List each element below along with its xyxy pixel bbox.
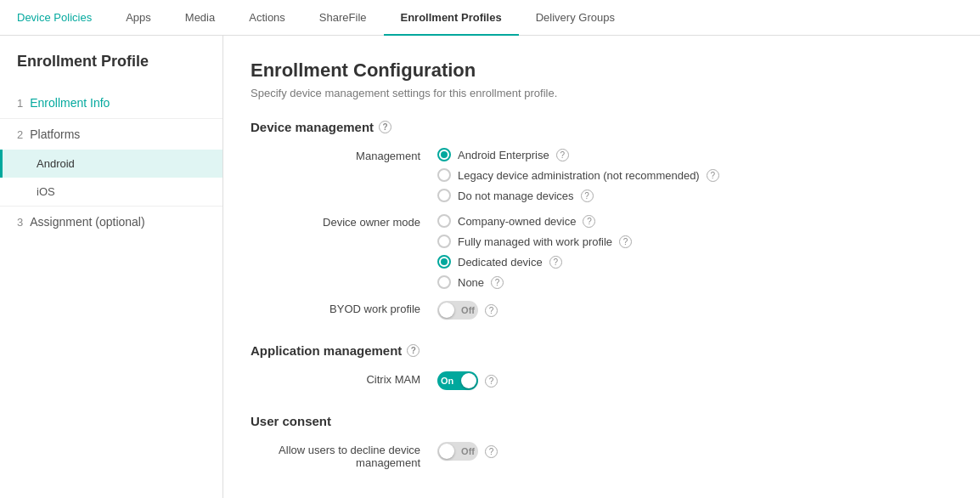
sidebar-sub-android[interactable]: Android bbox=[0, 150, 222, 178]
application-management-section: Application management ? Citrix MAM On ? bbox=[251, 343, 953, 390]
application-management-title: Application management bbox=[251, 343, 402, 358]
radio-none-label: None bbox=[458, 276, 484, 289]
radio-do-not-manage-label: Do not manage devices bbox=[458, 190, 574, 202]
application-management-help-icon[interactable]: ? bbox=[407, 344, 420, 357]
allow-decline-help-icon[interactable]: ? bbox=[485, 445, 498, 458]
step-label-enrollment-info: Enrollment Info bbox=[30, 96, 110, 110]
radio-company-owned-label: Company-owned device bbox=[458, 215, 576, 228]
device-management-title: Device management bbox=[251, 120, 374, 134]
step-num-3: 3 bbox=[17, 216, 23, 229]
step-label-platforms: Platforms bbox=[30, 127, 80, 141]
step-label-assignment: Assignment (optional) bbox=[30, 215, 144, 229]
nav-apps[interactable]: Apps bbox=[109, 0, 168, 36]
citrix-mam-help-icon[interactable]: ? bbox=[485, 375, 498, 388]
nav-sharefile[interactable]: ShareFile bbox=[302, 0, 384, 36]
allow-decline-toggle-label: Off bbox=[461, 446, 475, 456]
citrix-mam-toggle[interactable]: On bbox=[437, 371, 478, 390]
radio-legacy-label: Legacy device administration (not recomm… bbox=[458, 169, 700, 182]
radio-do-not-manage[interactable]: Do not manage devices ? bbox=[437, 189, 719, 202]
page-subtitle: Specify device management settings for t… bbox=[251, 87, 953, 99]
radio-none-circle bbox=[437, 275, 451, 289]
company-owned-help-icon[interactable]: ? bbox=[583, 215, 595, 228]
byod-row: BYOD work profile Off ? bbox=[251, 301, 953, 320]
user-consent-header: User consent bbox=[251, 414, 953, 428]
step-num-1: 1 bbox=[17, 97, 23, 110]
radio-fully-managed-circle bbox=[437, 235, 451, 248]
citrix-mam-row: Citrix MAM On ? bbox=[251, 371, 953, 390]
allow-decline-label: Allow users to decline device management bbox=[251, 442, 437, 469]
sidebar-step-enrollment-info[interactable]: 1 Enrollment Info bbox=[0, 88, 222, 118]
radio-none[interactable]: None ? bbox=[437, 275, 632, 289]
do-not-manage-help-icon[interactable]: ? bbox=[581, 190, 594, 202]
nav-delivery-groups[interactable]: Delivery Groups bbox=[519, 0, 632, 36]
citrix-mam-toggle-label: On bbox=[441, 376, 453, 386]
byod-label: BYOD work profile bbox=[251, 301, 437, 315]
byod-help-icon[interactable]: ? bbox=[485, 304, 498, 317]
management-options: Android Enterprise ? Legacy device admin… bbox=[437, 148, 719, 202]
citrix-mam-toggle-row: On ? bbox=[437, 371, 498, 390]
sidebar: Enrollment Profile 1 Enrollment Info 2 P… bbox=[0, 36, 223, 498]
radio-legacy-admin[interactable]: Legacy device administration (not recomm… bbox=[437, 168, 719, 182]
nav-media[interactable]: Media bbox=[168, 0, 232, 36]
page-title: Enrollment Configuration bbox=[251, 59, 953, 82]
device-management-section: Device management ? Management Android E… bbox=[251, 120, 953, 320]
radio-dedicated[interactable]: Dedicated device ? bbox=[437, 255, 632, 269]
device-management-header: Device management ? bbox=[251, 120, 953, 134]
byod-toggle-label: Off bbox=[461, 305, 475, 315]
nav-enrollment-profiles[interactable]: Enrollment Profiles bbox=[384, 0, 519, 36]
byod-toggle[interactable]: Off bbox=[437, 301, 478, 320]
citrix-mam-label: Citrix MAM bbox=[251, 371, 437, 386]
device-owner-options: Company-owned device ? Fully managed wit… bbox=[437, 214, 632, 289]
user-consent-section: User consent Allow users to decline devi… bbox=[251, 414, 953, 469]
nav-actions[interactable]: Actions bbox=[232, 0, 302, 36]
byod-toggle-row: Off ? bbox=[437, 301, 498, 320]
nav-device-policies[interactable]: Device Policies bbox=[0, 0, 109, 36]
top-navigation: Device Policies Apps Media Actions Share… bbox=[0, 0, 980, 36]
main-layout: Enrollment Profile 1 Enrollment Info 2 P… bbox=[0, 36, 980, 498]
radio-android-enterprise-circle bbox=[437, 148, 451, 161]
none-help-icon[interactable]: ? bbox=[491, 276, 504, 289]
device-management-help-icon[interactable]: ? bbox=[379, 121, 391, 133]
fully-managed-help-icon[interactable]: ? bbox=[619, 235, 632, 248]
radio-android-enterprise-label: Android Enterprise bbox=[458, 149, 549, 161]
management-row: Management Android Enterprise ? Legacy d… bbox=[251, 148, 953, 202]
radio-dedicated-label: Dedicated device bbox=[458, 256, 543, 269]
allow-decline-row: Allow users to decline device management… bbox=[251, 442, 953, 469]
user-consent-title: User consent bbox=[251, 414, 331, 428]
allow-decline-toggle-row: Off ? bbox=[437, 442, 498, 461]
radio-legacy-circle bbox=[437, 168, 451, 182]
device-owner-label: Device owner mode bbox=[251, 214, 437, 229]
application-management-header: Application management ? bbox=[251, 343, 953, 358]
radio-dedicated-circle bbox=[437, 255, 451, 269]
management-label: Management bbox=[251, 148, 437, 162]
android-enterprise-help-icon[interactable]: ? bbox=[556, 149, 569, 161]
allow-decline-toggle[interactable]: Off bbox=[437, 442, 478, 461]
radio-android-enterprise[interactable]: Android Enterprise ? bbox=[437, 148, 719, 161]
sidebar-steps: 1 Enrollment Info 2 Platforms Android iO… bbox=[0, 88, 222, 237]
dedicated-help-icon[interactable]: ? bbox=[549, 256, 562, 269]
legacy-help-icon[interactable]: ? bbox=[707, 169, 719, 182]
step-num-2: 2 bbox=[17, 128, 23, 141]
radio-company-owned[interactable]: Company-owned device ? bbox=[437, 214, 632, 228]
device-owner-mode-row: Device owner mode Company-owned device ?… bbox=[251, 214, 953, 289]
sidebar-title: Enrollment Profile bbox=[0, 53, 222, 88]
sidebar-step-assignment[interactable]: 3 Assignment (optional) bbox=[0, 207, 222, 237]
radio-fully-managed[interactable]: Fully managed with work profile ? bbox=[437, 235, 632, 248]
sidebar-step-platforms[interactable]: 2 Platforms bbox=[0, 119, 222, 150]
main-content: Enrollment Configuration Specify device … bbox=[223, 36, 980, 498]
radio-company-owned-circle bbox=[437, 214, 451, 228]
radio-fully-managed-label: Fully managed with work profile bbox=[458, 235, 612, 248]
sidebar-sub-ios[interactable]: iOS bbox=[0, 178, 222, 206]
radio-do-not-manage-circle bbox=[437, 189, 451, 202]
